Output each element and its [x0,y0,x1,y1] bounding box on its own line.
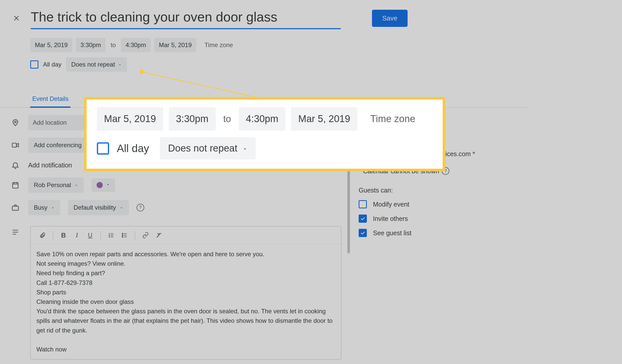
callout-start-date-chip[interactable]: Mar 5, 2019 [97,107,163,131]
availability-dropdown[interactable]: Busy [28,200,60,215]
invite-others-checkbox[interactable] [359,215,367,223]
callout-end-time-chip[interactable]: 4:30pm [239,107,286,131]
timezone-link[interactable]: Time zone [204,41,233,49]
calendar-dropdown[interactable]: Rob Personal [28,177,84,193]
add-notification-link[interactable]: Add notification [28,162,72,169]
video-icon [10,140,20,150]
svg-rect-1 [12,143,16,147]
chevron-down-icon [75,181,78,189]
underline-icon[interactable]: U [84,229,96,241]
tab-event-details[interactable]: Event Details [30,91,70,108]
callout-repeat-dropdown[interactable]: Does not repeat [160,137,256,159]
conferencing-label: Add conferencing [34,142,82,149]
availability-label: Busy [34,204,47,211]
callout-to-label: to [221,114,233,124]
calendar-icon [10,180,20,190]
event-color-dropdown[interactable] [91,178,115,192]
visibility-dropdown[interactable]: Default visibility [68,200,129,215]
attach-icon[interactable] [36,229,49,241]
modify-event-checkbox[interactable] [359,200,367,208]
guests-can-label: Guests can: [359,187,533,194]
svg-point-0 [15,121,16,123]
modify-event-label: Modify event [373,201,409,208]
chevron-down-icon [118,61,122,68]
repeat-label: Does not repeat [71,61,115,68]
briefcase-icon [10,202,20,213]
svg-rect-3 [12,206,18,210]
title-underline [31,28,341,29]
callout-all-day-checkbox[interactable] [97,142,109,155]
italic-icon[interactable]: I [71,229,83,241]
callout-all-day-label: All day [117,142,149,155]
description-content[interactable]: Save 10% on oven repair parts and access… [31,244,341,359]
see-guest-list-label: See guest list [373,229,411,237]
start-date-chip[interactable]: Mar 5, 2019 [30,38,72,52]
link-icon[interactable] [139,229,152,241]
location-icon [10,117,20,128]
toolbar-divider [53,231,53,239]
clear-format-icon[interactable] [153,229,165,241]
numbered-list-icon[interactable] [105,229,117,241]
bullet-list-icon[interactable] [118,229,131,241]
callout-timezone-link[interactable]: Time zone [370,113,415,124]
to-label: to [109,41,117,49]
chevron-down-icon [120,204,123,211]
save-button[interactable]: Save [372,10,408,27]
toolbar-divider [135,231,135,239]
see-guest-list-checkbox[interactable] [359,229,367,237]
start-time-chip[interactable]: 3:30pm [76,38,106,52]
invite-others-label: Invite others [373,215,408,222]
bold-icon[interactable]: B [57,229,70,241]
visibility-label: Default visibility [74,204,116,211]
callout-end-date-chip[interactable]: Mar 5, 2019 [291,107,357,131]
callout-start-time-chip[interactable]: 3:30pm [169,107,216,131]
all-day-label: All day [43,61,61,68]
svg-rect-2 [13,183,18,188]
callout-repeat-label: Does not repeat [168,143,237,154]
calendar-name-label: Rob Personal [34,181,71,189]
chevron-down-icon [106,183,110,187]
event-title-input[interactable] [31,7,341,28]
annotation-callout: Mar 5, 2019 3:30pm to 4:30pm Mar 5, 2019… [84,97,445,171]
end-time-chip[interactable]: 4:30pm [121,38,151,52]
chevron-down-icon [242,143,247,154]
visibility-help-icon[interactable]: ? [137,204,144,211]
color-swatch [97,182,103,188]
close-icon[interactable] [10,12,23,24]
description-editor[interactable]: B I U [30,226,341,360]
chevron-down-icon [51,204,55,211]
bell-icon [10,160,20,170]
annotation-dot [139,70,144,74]
all-day-checkbox[interactable] [30,60,38,69]
toolbar-divider [100,231,101,239]
description-icon [10,227,20,237]
svg-point-6 [122,237,123,237]
repeat-dropdown[interactable]: Does not repeat [66,57,127,72]
svg-point-4 [122,233,123,234]
svg-point-5 [122,235,123,235]
end-date-chip[interactable]: Mar 5, 2019 [154,38,196,52]
